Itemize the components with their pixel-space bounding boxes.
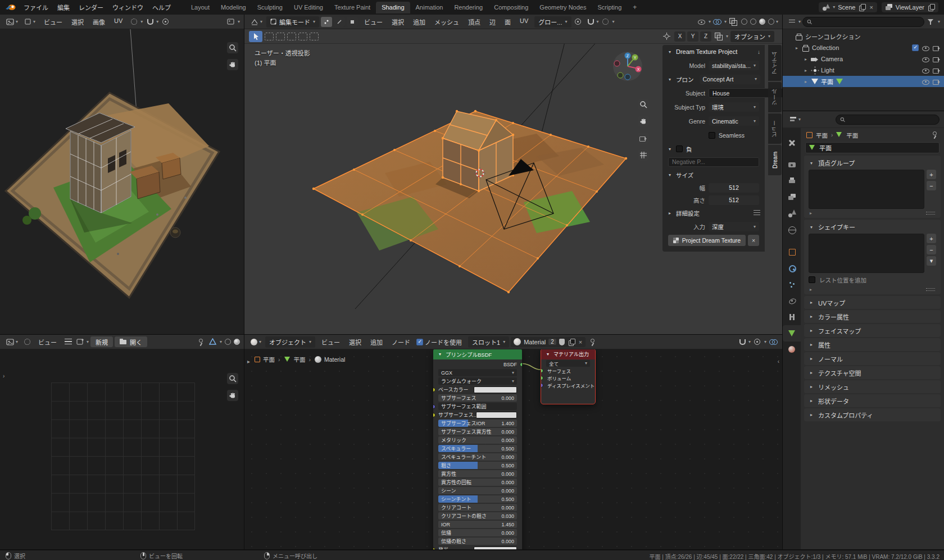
collection-checkbox[interactable] bbox=[912, 44, 919, 51]
resize-grip[interactable] bbox=[926, 288, 935, 291]
rest-position-checkbox[interactable] bbox=[809, 276, 815, 283]
node-input-row[interactable]: サブサーフェスIOR 1.400 ▾ bbox=[438, 420, 517, 427]
node-input-row[interactable]: スペキュラーチント 0.000 ▾ bbox=[438, 453, 517, 461]
shading-material-icon[interactable] bbox=[759, 19, 765, 25]
outliner-item-label[interactable]: 平面 bbox=[821, 77, 833, 86]
negative-prompt-checkbox[interactable] bbox=[676, 145, 683, 152]
breadcrumb-data[interactable]: 平面 bbox=[846, 131, 858, 139]
sidebar-toggle-arrow[interactable]: › bbox=[3, 373, 4, 379]
material-selector[interactable]: Material 2 × bbox=[511, 337, 586, 347]
collapsed-panel[interactable]: ▸ フェイスマップ bbox=[804, 324, 941, 337]
mirror-axis-button[interactable]: X bbox=[674, 31, 686, 42]
shape-keys-list[interactable] bbox=[809, 234, 924, 273]
outliner-search[interactable] bbox=[802, 17, 924, 27]
node-input-row[interactable]: ランダムウォーク ▾ bbox=[438, 377, 517, 385]
proportional-editing-icon[interactable] bbox=[752, 337, 763, 347]
advanced-section-header[interactable]: 詳細設定 bbox=[676, 209, 700, 217]
viewlayer-selector[interactable]: ViewLayer bbox=[882, 2, 938, 12]
zoom-icon[interactable] bbox=[227, 42, 238, 53]
list-icon[interactable] bbox=[754, 210, 760, 216]
breadcrumb-item[interactable]: Material bbox=[309, 356, 346, 363]
editor-type-image-icon[interactable]: ▾ bbox=[4, 338, 20, 347]
properties-tab[interactable] bbox=[783, 135, 801, 151]
remove-shape-key-button[interactable]: − bbox=[927, 245, 936, 254]
image-editor-menu[interactable]: 選択 bbox=[67, 16, 88, 28]
workspace-tab[interactable]: Geometry Nodes bbox=[534, 2, 592, 13]
datablock-name-field[interactable]: 平面 bbox=[805, 142, 940, 153]
sidebar-tab[interactable]: ツール bbox=[768, 82, 782, 112]
node-input-row[interactable]: IOR 1.450 ▾ bbox=[438, 521, 517, 528]
panel-title[interactable]: Dream Texture Project bbox=[676, 48, 754, 55]
workspace-tab[interactable]: Modeling bbox=[215, 2, 252, 13]
show-overlays-icon[interactable] bbox=[712, 17, 723, 27]
workspace-tab[interactable]: Sculpting bbox=[252, 2, 288, 13]
app-menu[interactable]: レンダー bbox=[74, 1, 108, 13]
breadcrumb-object[interactable]: 平面 bbox=[816, 131, 828, 139]
edge-select-icon[interactable] bbox=[334, 17, 345, 27]
node-input-row[interactable]: シーン 0.000 ▾ bbox=[438, 487, 517, 494]
select-mode-new-icon[interactable] bbox=[265, 33, 274, 40]
overlay-toggle-icon[interactable] bbox=[225, 339, 231, 345]
outliner-item-label[interactable]: Light bbox=[821, 67, 834, 74]
node-input-row[interactable]: GGX ▾ bbox=[438, 369, 517, 376]
sidebar-tab[interactable]: アイテム bbox=[768, 45, 782, 81]
pivot-dropdown-icon[interactable] bbox=[129, 17, 139, 27]
shader-menu[interactable]: ビュー bbox=[317, 336, 344, 348]
outliner-row[interactable]: ▸ Light bbox=[783, 65, 944, 76]
grid-ortho-icon[interactable] bbox=[638, 149, 649, 161]
node-input-row[interactable]: サーフェス bbox=[546, 367, 590, 374]
material-output-node[interactable]: ▾ マテリアル出力 全て ▾ サーフェス ボリューム ディ bbox=[541, 348, 596, 404]
negative-prompt-field[interactable] bbox=[668, 157, 759, 167]
sidebar-toggle-arrow[interactable]: ‹ bbox=[778, 358, 779, 365]
zoom-icon[interactable] bbox=[638, 99, 649, 110]
image-editor-menu[interactable]: ビュー bbox=[39, 16, 67, 28]
workspace-tab[interactable]: UV Editing bbox=[288, 2, 329, 13]
shading-rendered-icon[interactable] bbox=[768, 19, 774, 25]
proportional-editing-icon[interactable] bbox=[160, 17, 170, 27]
filter-funnel-icon[interactable] bbox=[926, 17, 936, 27]
properties-tab[interactable] bbox=[783, 189, 801, 206]
collapsed-panel[interactable]: ▸ 属性 bbox=[804, 338, 941, 351]
proportional-editing-icon[interactable] bbox=[601, 17, 611, 27]
expand-arrow-icon[interactable]: ▸ bbox=[803, 57, 809, 62]
properties-tab[interactable] bbox=[783, 342, 801, 358]
outliner-row[interactable]: ▸ Camera bbox=[783, 53, 944, 65]
add-workspace-button[interactable]: + bbox=[628, 2, 641, 12]
workspace-tab[interactable]: Rendering bbox=[448, 2, 488, 13]
node-input-row[interactable]: スペキュラー 0.500 ▾ bbox=[438, 445, 517, 452]
expand-arrow-icon[interactable]: ▸ bbox=[803, 79, 809, 84]
expand-arrow-icon[interactable]: ▸ bbox=[794, 45, 800, 51]
viewport-menu[interactable]: 選択 bbox=[387, 16, 409, 28]
use-nodes-checkbox[interactable] bbox=[416, 339, 423, 345]
shading-solid-icon[interactable] bbox=[750, 19, 756, 25]
app-menu[interactable]: ファイル bbox=[19, 1, 53, 13]
link-icon[interactable] bbox=[22, 337, 32, 347]
mirror-axis-button[interactable]: Z bbox=[700, 31, 711, 42]
pin-icon[interactable] bbox=[931, 131, 938, 139]
project-dream-texture-button[interactable]: Project Dream Texture bbox=[668, 235, 746, 246]
new-image-button[interactable]: 新規 bbox=[90, 336, 113, 347]
prompt-section-header[interactable]: プロン bbox=[676, 75, 694, 84]
collapsed-panel[interactable]: ▸ カラー属性 bbox=[804, 310, 941, 323]
properties-search[interactable] bbox=[836, 115, 940, 125]
collapsed-panel[interactable]: ▸ ノーマル bbox=[804, 352, 941, 365]
workspace-tab[interactable]: Compositing bbox=[488, 2, 534, 13]
viewport-menu[interactable]: メッシュ bbox=[430, 16, 464, 28]
show-gizmo-icon[interactable] bbox=[697, 17, 707, 27]
model-dropdown[interactable]: stabilityai/sta...▾ bbox=[709, 61, 759, 70]
node-input-row[interactable]: 異方性の回転 0.000 ▾ bbox=[438, 479, 517, 486]
outliner-item-label[interactable]: Camera bbox=[821, 56, 843, 62]
display-mode-icon[interactable] bbox=[787, 17, 797, 27]
outliner-item-label[interactable]: シーンコレクション bbox=[805, 32, 860, 41]
properties-tab[interactable] bbox=[783, 244, 801, 260]
pan-hand-icon[interactable] bbox=[227, 390, 238, 401]
cancel-button[interactable]: × bbox=[748, 235, 759, 246]
vertex-select-icon[interactable] bbox=[321, 17, 332, 27]
workspace-tab[interactable]: Animation bbox=[410, 2, 449, 13]
node-input-row[interactable]: サブサーフェス異方性 0.000 ▾ bbox=[438, 428, 517, 435]
new-scene-icon[interactable] bbox=[858, 3, 866, 11]
slot-dropdown[interactable]: スロット1▾ bbox=[468, 336, 509, 348]
add-shape-key-button[interactable]: + bbox=[927, 234, 936, 243]
app-menu[interactable]: ヘルプ bbox=[148, 1, 175, 13]
shader-menu[interactable]: ノード bbox=[387, 336, 415, 348]
